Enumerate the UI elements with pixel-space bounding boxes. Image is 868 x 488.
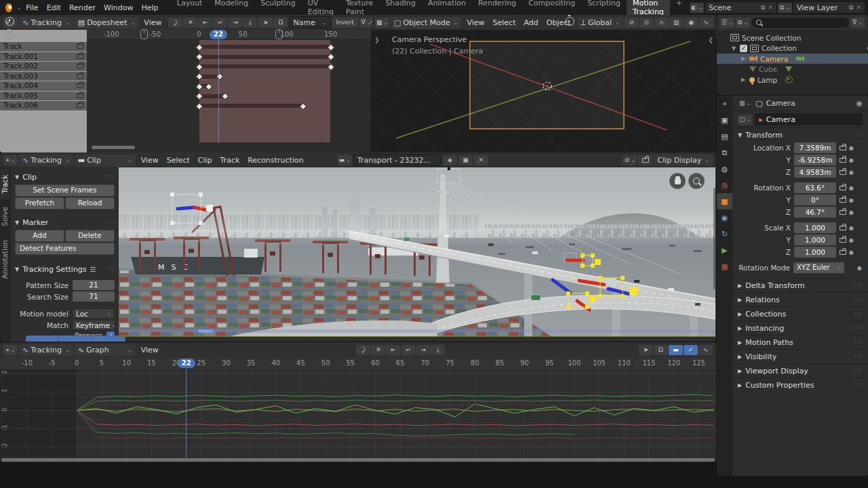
close-icon[interactable]: ✕: [768, 4, 773, 11]
app-menu-help[interactable]: Help: [137, 2, 162, 14]
invert-filter-button[interactable]: Invert: [332, 18, 358, 28]
dopesheet-scrollbar[interactable]: [92, 146, 135, 149]
clip-menu-select[interactable]: Select: [163, 155, 194, 166]
panel-collections[interactable]: ▶Collections∷∷: [732, 306, 868, 321]
graph-toggle-icon-4[interactable]: ∿: [698, 345, 713, 355]
dopesheet-mode-dropdown[interactable]: ∿Tracking⌄: [19, 17, 73, 28]
viewport-tool-icon-2[interactable]: ∩: [654, 18, 669, 28]
channel-row-track[interactable]: Track: [0, 42, 87, 52]
texture-icon[interactable]: ▦: [717, 258, 732, 274]
channel-row-track.005[interactable]: Track.005: [0, 92, 87, 101]
clip-tab-solve[interactable]: Solve: [0, 201, 9, 232]
filter-icon[interactable]: ∇⌄: [850, 18, 865, 28]
app-menu-file[interactable]: File: [22, 2, 42, 14]
object-browse-icon[interactable]: ▢⌄: [738, 115, 752, 125]
panel-visibility[interactable]: ▶Visibility∷∷: [732, 349, 868, 363]
channel-row-track.006[interactable]: Track.006: [0, 101, 87, 110]
viewport-menu-add[interactable]: Add: [519, 17, 542, 28]
view-layer-browse-icon[interactable]: ⧉⌄: [778, 3, 792, 13]
lock-icon[interactable]: [638, 155, 652, 165]
viewport-tool-icon-4[interactable]: ◉: [684, 18, 698, 28]
animate-dot-icon[interactable]: ●: [849, 209, 854, 216]
track-motion-buttons[interactable]: [26, 336, 125, 342]
pan-hand-button[interactable]: [669, 173, 686, 189]
snap-icon-5[interactable]: ⤓: [243, 18, 257, 28]
object-data-icon[interactable]: ▶: [717, 242, 732, 258]
render-icon[interactable]: ▣: [717, 112, 732, 128]
panel-viewport-display[interactable]: ▶Viewport Display∷∷: [732, 363, 868, 378]
name-filter-input[interactable]: Name⌄: [289, 16, 330, 28]
object-icon[interactable]: ■: [717, 193, 732, 209]
clip-tab-track[interactable]: Track: [0, 169, 9, 199]
snap-icon-1[interactable]: ✕: [183, 18, 197, 28]
snap-icon-0[interactable]: ⤸: [356, 345, 370, 355]
clip-browse-icon[interactable]: ▬⌄: [338, 155, 352, 165]
snap-icon-4[interactable]: ⇥: [416, 345, 430, 355]
transform-value-field[interactable]: 1.000: [794, 247, 836, 258]
graph-view-dropdown[interactable]: ∿Graph⌄: [75, 344, 136, 356]
rotation-mode-dropdown[interactable]: XYZ Euler⌄: [793, 262, 844, 273]
blender-logo-icon[interactable]: [5, 3, 12, 12]
panel-delta-transform[interactable]: ▶Delta Transform∷∷: [732, 278, 868, 292]
copy-icon[interactable]: ⧉: [849, 4, 853, 12]
unlock-icon[interactable]: [77, 103, 83, 108]
transform-value-field[interactable]: 4.9583m: [794, 167, 836, 178]
animate-dot-icon[interactable]: ●: [849, 157, 854, 163]
graph-toggle-icon-0[interactable]: ➤: [639, 345, 653, 355]
dopesheet-ruler[interactable]: -100-5005010015022: [87, 30, 371, 40]
clip-menu-reconstruction[interactable]: Reconstruction: [243, 155, 307, 166]
graph-toggle-icon-1[interactable]: Ω: [654, 345, 668, 355]
panel-tracking-settings-header[interactable]: ▼Tracking Settings☰∷∷: [15, 262, 115, 276]
unlock-icon[interactable]: [77, 44, 83, 49]
dopesheet-key-area[interactable]: -100-5005010015022: [87, 30, 371, 152]
graph-ruler[interactable]: -10-505101520253035404550556065707580859…: [0, 357, 716, 370]
current-frame-indicator[interactable]: 22: [178, 359, 195, 368]
clip-mode-dropdown[interactable]: ∿Tracking⌄: [19, 155, 73, 166]
outliner-row-scene-collection[interactable]: Scene Collection: [717, 33, 868, 43]
clip-horizontal-scrollbar[interactable]: [119, 329, 715, 333]
viewport-tool-icon-1[interactable]: ⊙: [639, 18, 654, 28]
editor-type-icon[interactable]: ▥⌄: [738, 98, 752, 108]
mode-dropdown[interactable]: ▢Object Mode⌄: [391, 17, 461, 28]
channel-row-track.003[interactable]: Track.003: [0, 72, 87, 81]
scene-icon[interactable]: ◍: [717, 161, 732, 177]
editor-type-icon[interactable]: ⌖⌄: [3, 345, 18, 355]
dopesheet-menu-view[interactable]: View: [140, 17, 165, 28]
snap-icon-5[interactable]: ⤓: [431, 345, 445, 355]
transform-value-field[interactable]: 7.3589m: [794, 142, 836, 153]
panel-clip-header[interactable]: ▼Clip∷∷: [15, 170, 115, 184]
snap-icon-4[interactable]: ⇥: [228, 18, 242, 28]
unlink-icon[interactable]: ✕: [474, 155, 488, 165]
animate-dot-icon[interactable]: ●: [857, 265, 863, 271]
transform-value-field[interactable]: 1.000: [794, 235, 836, 245]
current-frame-line[interactable]: [218, 39, 219, 143]
unlock-icon[interactable]: [840, 186, 846, 190]
pin-icon[interactable]: ◉: [856, 99, 863, 108]
zoom-button[interactable]: [688, 173, 705, 189]
snap-icon-2[interactable]: ⇤: [386, 345, 400, 355]
editor-type-icon[interactable]: ⌖⌄: [3, 155, 18, 165]
pattern-size-field[interactable]: 21: [73, 280, 115, 290]
app-menu-render[interactable]: Render: [65, 2, 100, 14]
reload-button[interactable]: Reload: [65, 197, 115, 209]
outliner-row-cube[interactable]: Cube: [717, 64, 868, 75]
panel-instancing[interactable]: ▶Instancing∷∷: [732, 321, 868, 335]
panel-marker-header[interactable]: ▼Marker∷∷: [15, 216, 115, 229]
graph-toggle-icon-2[interactable]: ▬: [669, 345, 683, 355]
match-dropdown[interactable]: Keyframe⌄: [73, 320, 115, 330]
clip-view-dropdown[interactable]: ▬Clip⌄: [75, 155, 136, 166]
unlock-icon[interactable]: [77, 83, 83, 88]
channel-row-track.004[interactable]: Track.004: [0, 81, 87, 91]
animate-dot-icon[interactable]: ●: [849, 225, 854, 231]
panel-motion-paths[interactable]: ▶Motion Paths∷∷: [732, 335, 868, 349]
motion-model-dropdown[interactable]: Loc⌄: [73, 308, 115, 319]
outliner-search-input[interactable]: [751, 18, 849, 28]
clip-vertical-scrollbar[interactable]: [713, 188, 715, 289]
unlock-icon[interactable]: [840, 170, 846, 175]
expand-toggle-icon[interactable]: ▶: [740, 56, 747, 62]
app-menu-edit[interactable]: Edit: [43, 2, 65, 14]
clip-image-view[interactable]: MSC: [119, 167, 715, 337]
search-size-field[interactable]: 71: [73, 291, 115, 302]
unlock-icon[interactable]: [840, 198, 846, 203]
transform-value-field[interactable]: 63.6°: [794, 182, 836, 193]
